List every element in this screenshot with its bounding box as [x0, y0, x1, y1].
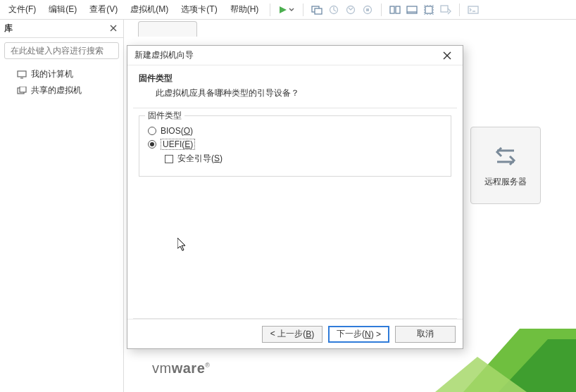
svg-rect-7: [390, 6, 394, 13]
back-button[interactable]: < 上一步(B): [262, 326, 323, 343]
new-vm-wizard-dialog: 新建虚拟机向导 固件类型 此虚拟机应具备哪种类型的引导设备？ 固件类型 BIOS…: [127, 45, 463, 349]
svg-rect-13: [441, 6, 448, 12]
firmware-type-group: 固件类型 BIOS(O) UEFI(E) 安全引导(S): [139, 115, 451, 177]
sidebar-tree: 我的计算机 共享的虚拟机: [0, 63, 123, 101]
menu-file[interactable]: 文件(F): [3, 1, 42, 18]
sidebar-search[interactable]: [4, 42, 119, 59]
tree-item-label: 我的计算机: [31, 68, 73, 80]
library-sidebar: 库 我的计算机 共享的虚拟机: [0, 20, 124, 392]
tb-thumbnail-view-icon[interactable]: [387, 2, 403, 18]
power-on-button[interactable]: [276, 2, 297, 18]
shared-icon: [17, 86, 27, 96]
dialog-heading: 固件类型: [139, 72, 451, 84]
checkbox-label: 安全引导(S): [177, 153, 223, 165]
search-input[interactable]: [9, 45, 118, 56]
menu-help[interactable]: 帮助(H): [225, 1, 265, 18]
radio-icon: [148, 127, 156, 135]
toolbar-separator: [270, 4, 270, 16]
tb-unity-icon[interactable]: [438, 2, 453, 18]
svg-rect-22: [20, 87, 26, 92]
menubar: 文件(F) 编辑(E) 查看(V) 虚拟机(M) 选项卡(T) 帮助(H): [0, 0, 576, 20]
toolbar-separator: [459, 4, 460, 16]
sidebar-title: 库: [4, 23, 13, 34]
tb-snapshot-manager-icon[interactable]: [360, 2, 375, 18]
home-tab[interactable]: [138, 21, 197, 37]
menu-vm[interactable]: 虚拟机(M): [125, 1, 174, 18]
menu-edit[interactable]: 编辑(E): [43, 1, 82, 18]
tree-item-shared-vms[interactable]: 共享的虚拟机: [4, 82, 119, 99]
tb-send-ctrl-alt-del-icon[interactable]: [309, 2, 325, 18]
radio-label: BIOS(O): [161, 126, 193, 136]
sidebar-close-button[interactable]: [108, 24, 119, 34]
checkbox-secure-boot[interactable]: 安全引导(S): [165, 153, 442, 165]
next-button[interactable]: 下一步(N) >: [328, 326, 389, 343]
svg-rect-11: [425, 6, 432, 13]
group-label: 固件类型: [145, 110, 184, 122]
svg-rect-19: [18, 71, 26, 77]
radio-label: UEFI(E): [161, 139, 195, 150]
remote-server-label: 远程服务器: [484, 176, 527, 188]
dialog-close-button[interactable]: [436, 48, 458, 63]
close-icon: [443, 51, 451, 60]
radio-uefi[interactable]: UEFI(E): [148, 139, 442, 150]
dialog-title: 新建虚拟机向导: [134, 49, 194, 61]
mouse-cursor: [177, 238, 187, 252]
monitor-icon: [17, 70, 27, 80]
tree-item-my-computer[interactable]: 我的计算机: [4, 66, 119, 82]
connect-remote-card[interactable]: 远程服务器: [470, 127, 541, 204]
dialog-titlebar[interactable]: 新建虚拟机向导: [127, 46, 463, 65]
remote-server-icon: [493, 144, 518, 169]
close-icon: [110, 25, 117, 32]
tb-snapshot-revert-icon[interactable]: [343, 2, 358, 18]
radio-bios[interactable]: BIOS(O): [148, 126, 442, 136]
tb-console-view-icon[interactable]: [404, 2, 420, 18]
tb-terminal-icon[interactable]: [465, 2, 481, 18]
radio-icon: [148, 140, 156, 148]
svg-rect-6: [366, 8, 369, 11]
menu-tabs[interactable]: 选项卡(T): [175, 1, 223, 18]
toolbar-separator: [303, 4, 303, 16]
chevron-down-icon: [289, 7, 294, 13]
checkbox-icon: [165, 155, 173, 163]
svg-marker-0: [280, 6, 287, 13]
cancel-button[interactable]: 取消: [395, 326, 456, 343]
tb-snapshot-take-icon[interactable]: [326, 2, 342, 18]
tree-item-label: 共享的虚拟机: [31, 84, 82, 96]
dialog-subheading: 此虚拟机应具备哪种类型的引导设备？: [139, 87, 451, 99]
menu-view[interactable]: 查看(V): [84, 1, 123, 18]
svg-rect-14: [468, 6, 478, 13]
tb-fullscreen-icon[interactable]: [421, 2, 437, 18]
svg-marker-28: [177, 238, 185, 251]
svg-rect-2: [315, 8, 322, 14]
vmware-logo: vmware®: [152, 360, 210, 377]
toolbar-separator: [381, 4, 382, 16]
svg-rect-8: [396, 6, 400, 13]
